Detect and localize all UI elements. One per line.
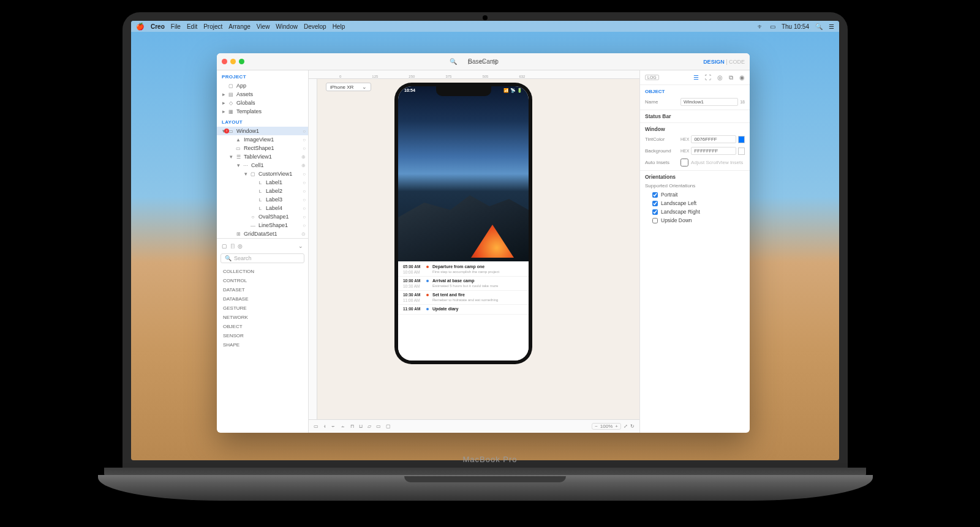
tint-label: TintColor	[645, 136, 677, 142]
status-bar-section[interactable]: Status Bar	[640, 110, 750, 121]
play-icon[interactable]: ▷	[467, 58, 474, 65]
schedule-row[interactable]: 10:00 AM10:30 AMArrival at base campEsti…	[398, 277, 529, 291]
lib-tab-3[interactable]: ◎	[238, 243, 243, 249]
menu-view[interactable]: View	[257, 23, 270, 30]
tree-item[interactable]: ▸▦Templates	[217, 107, 308, 116]
app-name[interactable]: Creo	[151, 23, 165, 30]
mode-design[interactable]: DESIGN	[703, 59, 725, 65]
ruler-horizontal: 0125250375505632	[309, 70, 639, 79]
tree-item[interactable]: ⊞GridDataSet1⊙	[217, 230, 308, 238]
library-search-placeholder: Search	[234, 255, 252, 261]
wifi-icon[interactable]: ᯤ	[758, 23, 764, 30]
orientation-checkbox[interactable]: Landscape Left	[640, 199, 750, 207]
align-icon[interactable]: ▭	[314, 424, 318, 429]
name-label: Name	[645, 99, 677, 105]
tree-item[interactable]: ▢App	[217, 81, 308, 90]
library-search[interactable]: 🔍 Search	[221, 253, 304, 263]
lib-tab-1[interactable]: ▢	[222, 243, 227, 249]
tree-item[interactable]: ▸◇Globals	[217, 99, 308, 107]
bg-swatch[interactable]	[738, 148, 745, 155]
inspector-tab-eye-icon[interactable]: ◉	[739, 74, 745, 81]
tree-item[interactable]: ▾☰TableView1⊕	[217, 152, 308, 161]
fit-icon[interactable]: ⤢	[624, 424, 628, 429]
device-icon[interactable]: ▭	[479, 58, 486, 65]
menu-window[interactable]: Window	[276, 23, 298, 30]
schedule-row[interactable]: 05:00 AM10:00 AMDeparture from camp oneF…	[398, 263, 529, 277]
tree-item[interactable]: ▸▤Assets	[217, 90, 308, 99]
tree-item[interactable]: LLabel2○	[217, 187, 308, 195]
library-category[interactable]: GESTURE	[217, 304, 308, 313]
orientation-checkbox[interactable]: Landscape Right	[640, 207, 750, 216]
library-category[interactable]: CONTROL	[217, 276, 308, 285]
name-input[interactable]	[680, 98, 738, 106]
tree-item[interactable]: ▾⋯Cell1⊕	[217, 161, 308, 170]
close-button[interactable]	[222, 59, 227, 64]
align-icon[interactable]: ⫠	[341, 424, 345, 429]
align-icon[interactable]: ▢	[386, 424, 391, 429]
schedule-row[interactable]: 10:30 AM11:00 AMSet tent and fireRemeber…	[398, 291, 529, 305]
orientations-section: Orientations	[640, 170, 750, 181]
inspector-tab-layout-icon[interactable]: ⛶	[705, 74, 711, 81]
library-category[interactable]: SENSOR	[217, 331, 308, 340]
titlebar: 🔍 ▷ ▭ ⌸ BaseCamp DESIGN | CODE	[217, 53, 750, 70]
library-category[interactable]: DATASET	[217, 285, 308, 294]
tree-item[interactable]: LLabel4○	[217, 204, 308, 212]
tree-item[interactable]: LLabel3○	[217, 195, 308, 204]
lib-tab-2[interactable]: ⌸	[231, 243, 234, 249]
schedule-row[interactable]: 11:00 AMUpdate diary	[398, 305, 529, 315]
menu-project[interactable]: Project	[203, 23, 222, 30]
log-tab[interactable]: LOG	[645, 75, 659, 80]
tree-item[interactable]: ▲ImageView1○	[217, 135, 308, 144]
minimize-button[interactable]	[230, 59, 236, 64]
battery-icon[interactable]: ▭	[770, 23, 775, 30]
orientation-checkbox[interactable]: Portrait	[640, 190, 750, 199]
tree-item[interactable]: ○OvalShape1○	[217, 212, 308, 221]
align-icon[interactable]: ▭	[376, 424, 381, 429]
left-search-icon[interactable]: 🔍	[450, 58, 457, 65]
tint-input[interactable]	[691, 135, 736, 143]
zoom-out[interactable]: −	[595, 424, 598, 429]
spotlight-icon[interactable]: 🔍	[815, 23, 823, 30]
orientation-icon[interactable]: ↻	[630, 424, 635, 429]
zoom-button[interactable]	[239, 59, 244, 64]
menu-edit[interactable]: Edit	[187, 23, 197, 30]
clock[interactable]: Thu 10:54	[782, 23, 809, 30]
apple-menu[interactable]: 🍎	[136, 23, 145, 31]
zoom-in[interactable]: +	[615, 424, 618, 429]
library-category[interactable]: SHAPE	[217, 340, 308, 349]
autoinsets-checkbox[interactable]	[680, 159, 688, 166]
lib-dropdown-icon[interactable]: ⌄	[298, 243, 303, 249]
bg-input[interactable]	[691, 147, 736, 155]
tree-item[interactable]: ▾▢CustomView1○	[217, 170, 308, 178]
search-icon: 🔍	[225, 255, 232, 261]
align-icon[interactable]: ▱	[368, 424, 371, 429]
tree-item[interactable]: —LineShape1○	[217, 221, 308, 230]
align-icon[interactable]: ⊔	[359, 424, 363, 429]
control-center-icon[interactable]: ☰	[829, 23, 834, 30]
menu-help[interactable]: Help	[333, 23, 345, 30]
phone-time: 10:54	[404, 88, 415, 93]
device-picker[interactable]: iPhone XR	[326, 83, 371, 91]
tree-item[interactable]: ▾!▭Window1○	[217, 127, 308, 135]
phone-status-bar: 10:54 📶 📡 🔋	[404, 88, 522, 93]
menu-arrange[interactable]: Arrange	[228, 23, 251, 30]
mode-code[interactable]: CODE	[729, 59, 745, 65]
tree-item[interactable]: ▭RectShape1○	[217, 144, 308, 152]
inspector-tab-list-icon[interactable]: ☰	[693, 74, 699, 81]
library-category[interactable]: NETWORK	[217, 313, 308, 322]
library-category[interactable]: COLLECTION	[217, 267, 308, 276]
library-category[interactable]: DATABASE	[217, 294, 308, 304]
inspector-tab-link-icon[interactable]: ⧉	[729, 74, 733, 81]
library-category[interactable]: OBJECT	[217, 322, 308, 331]
tree-item[interactable]: LLabel1○	[217, 178, 308, 187]
orientation-checkbox[interactable]: Upside Down	[640, 216, 750, 225]
align-icon[interactable]: ⊓	[350, 424, 354, 429]
align-icon[interactable]: ⫞	[323, 424, 326, 429]
menu-file[interactable]: File	[171, 23, 181, 30]
align-icon[interactable]: ⫟	[331, 424, 336, 429]
hero-image	[398, 86, 529, 261]
archive-icon[interactable]: ⌸	[491, 58, 499, 65]
tint-swatch[interactable]	[738, 136, 745, 143]
menu-develop[interactable]: Develop	[304, 23, 326, 30]
inspector-tab-flow-icon[interactable]: ◎	[717, 74, 723, 81]
